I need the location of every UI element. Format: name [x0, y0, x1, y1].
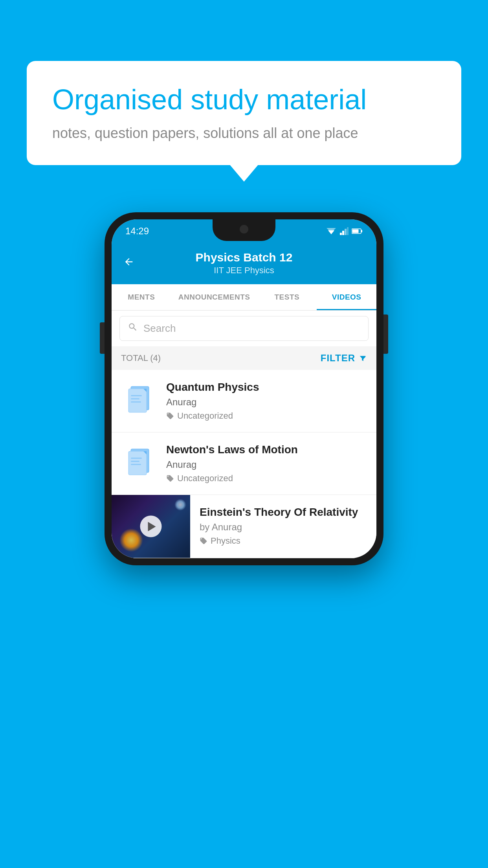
tag-text-3: Physics — [211, 536, 240, 546]
video-info-3: Einstein's Theory Of Relativity by Anura… — [190, 495, 376, 557]
speech-bubble-container: Organised study material notes, question… — [27, 61, 461, 165]
video-thumbnail-3 — [112, 495, 190, 558]
video-list: Quantum Physics Anurag Uncategorized — [112, 370, 376, 558]
filter-icon — [358, 354, 367, 362]
svg-rect-7 — [361, 230, 362, 232]
video-info-1: Quantum Physics Anurag Uncategorized — [166, 381, 367, 421]
svg-rect-2 — [340, 233, 342, 235]
svg-rect-16 — [131, 458, 142, 459]
svg-rect-17 — [131, 461, 139, 462]
video-title-1: Quantum Physics — [166, 381, 367, 394]
header-title-block: Physics Batch 12 IIT JEE Physics — [196, 251, 293, 276]
svg-marker-1 — [327, 228, 336, 233]
tabs-bar: MENTS ANNOUNCEMENTS TESTS VIDEOS — [112, 284, 376, 311]
phone-outer: 14:29 — [105, 212, 383, 565]
video-tag-2: Uncategorized — [166, 473, 367, 484]
svg-rect-3 — [342, 231, 344, 235]
phone-mockup: 14:29 — [105, 212, 383, 565]
file-thumbnail-2 — [121, 443, 158, 481]
file-thumbnail-1 — [121, 381, 158, 418]
total-count: TOTAL (4) — [121, 353, 161, 363]
svg-rect-10 — [128, 389, 147, 412]
list-item[interactable]: Newton's Laws of Motion Anurag Uncategor… — [112, 432, 376, 495]
video-tag-3: Physics — [200, 536, 367, 546]
play-button[interactable] — [140, 516, 162, 537]
svg-rect-5 — [347, 227, 349, 235]
video-info-2: Newton's Laws of Motion Anurag Uncategor… — [166, 443, 367, 484]
svg-rect-13 — [131, 401, 141, 403]
status-time: 14:29 — [125, 226, 149, 237]
tab-videos[interactable]: VIDEOS — [317, 284, 376, 310]
bubble-subtitle: notes, question papers, solutions all at… — [52, 125, 436, 142]
search-bar[interactable]: Search — [119, 316, 369, 341]
play-triangle-icon — [148, 522, 156, 531]
tag-icon — [166, 412, 174, 420]
status-icons — [326, 227, 363, 235]
video-tag-1: Uncategorized — [166, 411, 367, 421]
camera-dot — [240, 225, 248, 234]
search-container: Search — [112, 311, 376, 346]
list-item[interactable]: Quantum Physics Anurag Uncategorized — [112, 370, 376, 432]
bubble-title: Organised study material — [52, 83, 436, 116]
battery-icon — [352, 228, 363, 234]
video-title-3: Einstein's Theory Of Relativity — [200, 506, 367, 519]
list-item[interactable]: Einstein's Theory Of Relativity by Anura… — [112, 495, 376, 558]
phone-screen: 14:29 — [112, 219, 376, 558]
filter-bar: TOTAL (4) FILTER — [112, 346, 376, 370]
status-bar: 14:29 — [112, 219, 376, 243]
video-author-3: by Anurag — [200, 522, 367, 533]
header-title: Physics Batch 12 — [196, 251, 293, 264]
svg-rect-18 — [131, 464, 141, 465]
speech-bubble: Organised study material notes, question… — [27, 61, 461, 165]
svg-rect-15 — [128, 451, 147, 475]
tag-text-2: Uncategorized — [177, 473, 233, 484]
svg-rect-11 — [131, 395, 142, 396]
back-button[interactable] — [123, 256, 134, 270]
tag-icon — [200, 537, 207, 545]
filter-button[interactable]: FILTER — [321, 353, 367, 364]
search-icon — [128, 322, 138, 335]
video-title-2: Newton's Laws of Motion — [166, 443, 367, 456]
svg-rect-4 — [345, 229, 347, 235]
notch — [213, 219, 275, 241]
tab-announcements[interactable]: ANNOUNCEMENTS — [171, 284, 257, 310]
tab-tests[interactable]: TESTS — [257, 284, 317, 310]
tag-icon — [166, 474, 174, 482]
svg-rect-8 — [352, 230, 359, 233]
file-icon — [126, 384, 154, 416]
filter-label: FILTER — [321, 353, 355, 364]
signal-icon — [340, 227, 349, 235]
video-author-1: Anurag — [166, 397, 367, 408]
file-icon — [126, 447, 154, 478]
video-author-2: Anurag — [166, 459, 367, 470]
tab-ments[interactable]: MENTS — [112, 284, 171, 310]
svg-rect-12 — [131, 398, 139, 399]
header-subtitle: IIT JEE Physics — [196, 265, 293, 276]
app-header: Physics Batch 12 IIT JEE Physics — [112, 243, 376, 284]
search-input-placeholder: Search — [143, 322, 176, 335]
tag-text-1: Uncategorized — [177, 411, 233, 421]
wifi-icon — [326, 227, 337, 235]
